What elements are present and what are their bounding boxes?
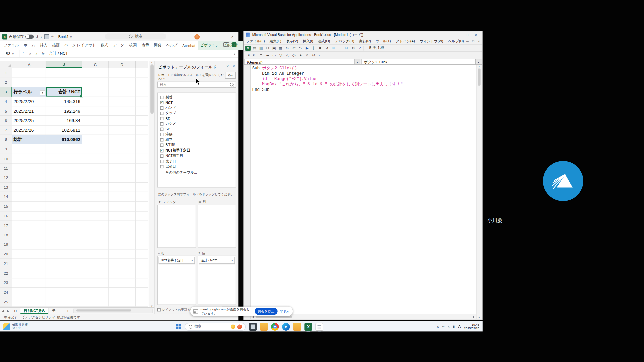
cell-B19[interactable] [46,240,82,249]
formula-enter-icon[interactable]: ✓ [33,52,40,56]
cell-x11[interactable] [136,164,148,173]
cell-C2[interactable] [82,78,109,87]
cell-A11[interactable] [12,164,46,173]
field-checkbox[interactable] [160,143,164,147]
cell-A25[interactable] [12,297,46,307]
cell-C7[interactable] [82,125,109,135]
name-box-dropdown-icon[interactable]: ∨ [12,52,14,55]
rows-area[interactable]: NCT着手予定日 ▾ [157,256,196,305]
save-icon[interactable]: ▥ [258,45,264,51]
start-button[interactable] [176,324,181,329]
row-header-14[interactable]: 14 [0,192,12,201]
excel-search-box[interactable]: 検索 [105,33,166,39]
cell-C17[interactable] [82,221,109,230]
cell-x16[interactable] [136,211,148,221]
row-header-21[interactable]: 21 [0,259,12,268]
row-header-22[interactable]: 22 [0,268,12,278]
formula-cancel-icon[interactable]: × [27,52,34,56]
cell-C1[interactable] [82,68,109,77]
breakpoint-icon[interactable]: ● [298,52,303,58]
autosave-toggle[interactable] [25,35,34,39]
ribbon-tab[interactable]: 挿入 [38,41,50,50]
redo-icon[interactable]: ↷ [298,45,303,51]
cell-D5[interactable] [109,106,136,116]
field-item[interactable]: カシメ [159,121,235,126]
row-header-7[interactable]: 7 [0,125,12,135]
cell-B3[interactable]: 合計 / NCT [46,87,82,97]
outdent-icon[interactable]: ⇤ [252,52,257,58]
row-field-chip[interactable]: NCT着手予定日 ▾ [159,257,195,264]
battery-icon[interactable]: ▮ [453,325,455,328]
cell-C10[interactable] [82,154,109,163]
cell-D13[interactable] [109,183,136,192]
undo-icon[interactable]: ↶ [51,35,54,38]
cell-C12[interactable] [82,173,109,182]
excel-taskbar-icon[interactable]: X [304,323,312,330]
field-checkbox[interactable] [160,165,164,168]
explorer-icon[interactable] [260,323,268,330]
cell-D19[interactable] [109,240,136,249]
row-header-6[interactable]: 6 [0,116,12,125]
cell-D6[interactable] [109,116,136,125]
next-bookmark-icon[interactable]: ▽ [278,52,283,58]
cell-x9[interactable] [136,144,148,154]
help-icon[interactable]: ? [357,45,362,51]
minimize-button[interactable]: ─ [204,32,215,41]
row-header-19[interactable]: 19 [0,240,12,249]
cell-D4[interactable] [109,97,136,106]
code-editor[interactable]: Sub ボタン2_Click() Dim id As Integer id = … [251,65,476,319]
row-labels-filter-icon[interactable]: ▾ [40,90,45,95]
pane-close-icon[interactable]: × [233,64,235,68]
edge-icon[interactable]: e [282,323,290,330]
cell-D2[interactable] [109,78,136,87]
scroll-up-icon[interactable]: ▲ [478,65,480,68]
cell-D18[interactable] [109,230,136,240]
cell-B13[interactable] [46,183,82,192]
paste-icon[interactable]: ▦ [278,45,283,51]
save-icon[interactable] [45,34,50,39]
cell-B24[interactable] [46,288,82,297]
cell-x22[interactable] [136,268,148,278]
chip-dropdown-icon[interactable]: ▾ [232,259,233,261]
cell-x20[interactable] [136,249,148,259]
cell-C22[interactable] [82,268,109,278]
prev-bookmark-icon[interactable]: △ [285,52,290,58]
account-avatar[interactable] [194,34,200,39]
ribbon-tab[interactable]: 表示 [139,41,152,50]
indent-icon[interactable]: ⇥ [245,52,251,58]
scroll-down-icon[interactable]: ▼ [478,316,480,319]
formula-options-icon[interactable]: ⋮ [20,52,27,56]
cell-C20[interactable] [82,249,109,259]
code-line[interactable]: id = Range("E2").Value [252,76,474,82]
cell-C13[interactable] [82,183,109,192]
scroll-up-icon[interactable]: ▲ [151,61,153,63]
ribbon-tab[interactable]: 描画 [50,41,62,50]
module-minimize-icon[interactable]: ─ [466,40,469,43]
cell-D8[interactable] [109,135,136,144]
cell-B14[interactable] [46,192,82,201]
cell-B1[interactable] [46,68,82,77]
row-header-10[interactable]: 10 [0,154,12,163]
name-box[interactable]: B3 ∨ [0,50,20,57]
cell-C24[interactable] [82,288,109,297]
add-sheet-icon[interactable]: + [65,309,70,312]
pane-options-icon[interactable]: ∨ [226,64,229,68]
workbook-title[interactable]: Book1 ∨ [58,35,72,39]
cell-C3[interactable] [82,87,109,97]
cell-B12[interactable] [46,173,82,182]
hscroll-thumb[interactable] [76,309,131,311]
column-header-D[interactable]: D [109,61,136,68]
row-header-25[interactable]: 25 [0,297,12,307]
cell-A13[interactable] [12,183,46,192]
field-item[interactable]: タップ [159,110,235,116]
object-browser-icon[interactable]: ⊡ [344,45,349,51]
cell-x12[interactable] [136,173,148,182]
taskview-icon[interactable] [249,323,257,330]
field-checkbox[interactable] [160,138,164,141]
cell-B17[interactable] [46,221,82,230]
module-close-icon[interactable]: × [478,40,480,43]
cell-C11[interactable] [82,164,109,173]
cell-A15[interactable] [12,202,46,211]
column-header-x[interactable] [136,61,148,68]
cell-C15[interactable] [82,202,109,211]
